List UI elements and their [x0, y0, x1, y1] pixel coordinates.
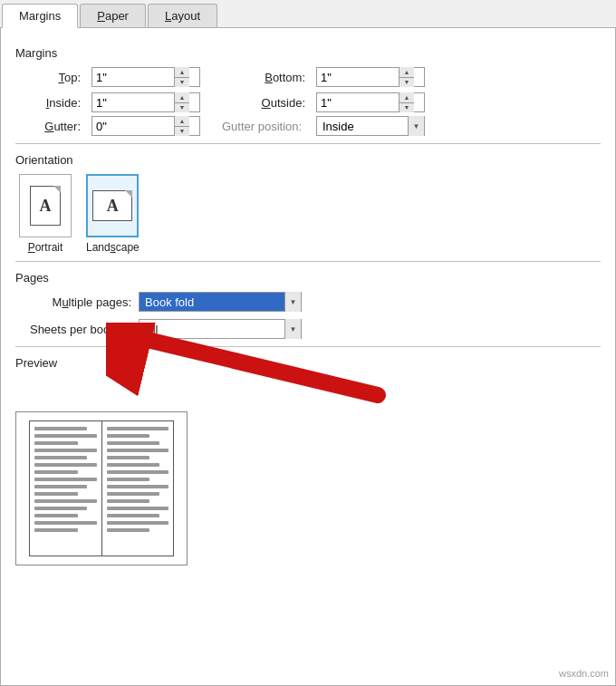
line — [34, 485, 87, 488]
outside-label: Outside: — [240, 96, 313, 110]
outside-spinner-buttons: ▲ ▼ — [399, 92, 414, 112]
landscape-option[interactable]: A Landscape — [86, 174, 140, 254]
line — [34, 449, 97, 452]
multiple-pages-value: Book fold — [140, 294, 284, 311]
line — [107, 463, 159, 467]
line — [107, 492, 159, 496]
tab-layout-label: Layout — [165, 9, 200, 23]
tabs-bar: Margins Paper Layout — [0, 0, 616, 28]
margins-section-label: Margins — [15, 46, 601, 60]
line — [107, 441, 159, 445]
line — [107, 470, 169, 474]
arrow-region — [15, 377, 468, 404]
bottom-spinner-buttons: ▲ ▼ — [399, 67, 414, 87]
gutter-position-select[interactable]: Inside ▼ — [316, 116, 425, 136]
line — [107, 507, 169, 510]
portrait-a-letter: A — [40, 197, 52, 216]
bottom-input[interactable] — [317, 69, 399, 86]
portrait-label: Portrait — [28, 241, 63, 254]
line — [107, 499, 150, 503]
line — [107, 485, 169, 488]
inside-label: Inside: — [15, 96, 88, 110]
line — [107, 514, 159, 517]
top-label: Top: — [15, 71, 88, 84]
line — [34, 434, 97, 438]
bottom-label: Bottom: — [240, 71, 313, 84]
gutter-position-arrow: ▼ — [408, 116, 424, 136]
bottom-increment[interactable]: ▲ — [399, 67, 414, 78]
gutter-decrement[interactable]: ▼ — [175, 127, 189, 137]
orientation-section: Orientation A Portrait A — [15, 153, 601, 254]
preview-section: Preview — [15, 356, 601, 565]
inside-increment[interactable]: ▲ — [175, 92, 189, 103]
gutter-position-value: Inside — [317, 118, 408, 135]
top-spinner[interactable]: ▲ ▼ — [91, 67, 200, 87]
line — [107, 521, 169, 525]
line — [34, 427, 87, 430]
line — [107, 528, 150, 532]
orientation-section-label: Orientation — [15, 153, 601, 167]
gutter-label: Gutter: — [15, 120, 88, 133]
multiple-pages-select[interactable]: Book fold ▼ — [139, 292, 302, 312]
portrait-icon: A — [19, 174, 72, 237]
landscape-page-icon: A — [92, 190, 132, 221]
gutter-spinner[interactable]: ▲ ▼ — [91, 116, 200, 136]
portrait-option[interactable]: A Portrait — [19, 174, 72, 254]
top-input[interactable] — [92, 69, 174, 86]
section-divider-2 — [15, 261, 601, 262]
portrait-page-icon: A — [30, 186, 61, 226]
top-decrement[interactable]: ▼ — [175, 78, 189, 88]
landscape-label: Landscape — [86, 241, 140, 254]
inside-decrement[interactable]: ▼ — [175, 103, 189, 113]
line — [34, 499, 97, 503]
line — [107, 449, 169, 452]
multiple-pages-arrow: ▼ — [284, 292, 301, 312]
line — [107, 456, 150, 459]
multiple-pages-label: Multiple pages: — [23, 295, 131, 309]
line — [34, 478, 97, 481]
line — [34, 507, 87, 510]
line — [107, 478, 150, 481]
top-increment[interactable]: ▲ — [175, 67, 189, 78]
inside-spinner-buttons: ▲ ▼ — [174, 92, 189, 112]
red-arrow — [106, 323, 396, 404]
bottom-decrement[interactable]: ▼ — [399, 78, 414, 88]
landscape-icon: A — [86, 174, 139, 237]
gutter-position-label: Gutter position: — [222, 120, 313, 133]
outside-spinner[interactable]: ▲ ▼ — [316, 92, 425, 112]
gutter-increment[interactable]: ▲ — [175, 116, 189, 127]
gutter-spinner-buttons: ▲ ▼ — [174, 116, 189, 136]
outside-increment[interactable]: ▲ — [399, 92, 414, 103]
line — [34, 492, 78, 496]
line — [34, 470, 78, 474]
tab-margins[interactable]: Margins — [2, 4, 78, 28]
line — [34, 528, 78, 532]
landscape-a-letter: A — [107, 197, 119, 216]
inside-input[interactable] — [92, 94, 174, 111]
preview-box — [15, 411, 188, 565]
line — [34, 441, 78, 445]
gutter-row: Gutter: ▲ ▼ Gutter position: Inside ▼ — [15, 116, 601, 136]
line — [34, 514, 78, 517]
svg-line-1 — [151, 341, 378, 395]
inside-spinner[interactable]: ▲ ▼ — [91, 92, 200, 112]
tab-paper-label: Paper — [97, 9, 129, 23]
section-divider-1 — [15, 143, 601, 144]
tab-layout[interactable]: Layout — [148, 4, 217, 27]
pages-section-label: Pages — [15, 271, 601, 285]
line — [107, 427, 169, 430]
book-preview — [29, 420, 174, 556]
line — [107, 434, 150, 438]
outside-input[interactable] — [317, 94, 399, 111]
dialog-body: Margins Top: ▲ ▼ Bottom: ▲ ▼ Inside: ▲ — [0, 28, 616, 686]
tab-margins-label: Margins — [19, 9, 61, 23]
gutter-input[interactable] — [92, 118, 174, 135]
margins-form: Top: ▲ ▼ Bottom: ▲ ▼ Inside: ▲ ▼ — [15, 67, 601, 112]
tab-paper[interactable]: Paper — [80, 4, 146, 27]
line — [34, 456, 87, 459]
watermark: wsxdn.com — [559, 668, 609, 679]
book-page-right — [102, 421, 174, 556]
bottom-spinner[interactable]: ▲ ▼ — [316, 67, 425, 87]
outside-decrement[interactable]: ▼ — [399, 103, 414, 113]
book-page-left — [30, 421, 102, 556]
